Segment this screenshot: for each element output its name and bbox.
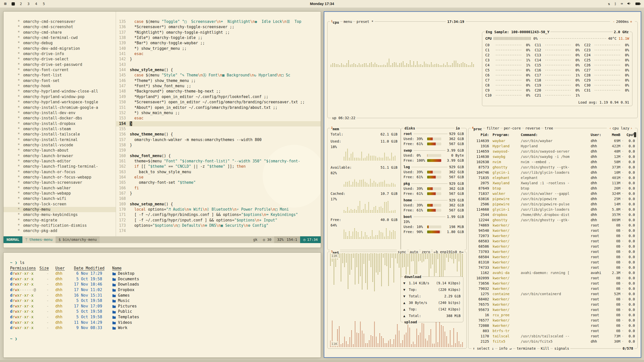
process-row[interactable]: 2075XwaylandXwayland :1 -rootless -dhh11…: [471, 180, 635, 186]
cpu-box-title[interactable]: 1cpu: [330, 19, 340, 25]
process-row[interactable]: 76575kworker/root0B0.0: [471, 302, 635, 307]
process-row[interactable]: 114630swaybg/usr/bin/swaybg -i /homdhh12…: [471, 154, 635, 159]
column-header[interactable]: Cpu%: [625, 132, 635, 137]
sort-right-arrow[interactable]: ›: [630, 126, 632, 130]
shell-session[interactable]: ~ ❯ ls PermissionsSizeUserDate ModifiedN…: [4, 253, 321, 357]
scroll-indicator[interactable]: [634, 132, 636, 137]
file-tree-item[interactable]: *omarchy-menu: [4, 207, 116, 212]
file-tree-item[interactable]: *omarchy-pkg-add: [4, 228, 116, 234]
column-header[interactable]: User:: [591, 132, 607, 137]
file-tree-item[interactable]: *omarchy-cmd-share: [4, 30, 116, 35]
clock[interactable]: Monday 17:34: [310, 2, 334, 6]
process-row[interactable]: 95673kworker/root0B0.0: [471, 307, 635, 312]
file-tree-item[interactable]: *omarchy-launch-floating-terminal-: [4, 164, 116, 169]
file-tree-item[interactable]: *omarchy-launch-wifi: [4, 196, 116, 201]
interval-plus[interactable]: +: [630, 20, 632, 24]
file-tree-item[interactable]: *omarchy-drive-info: [4, 51, 116, 57]
file-tree-item[interactable]: *omarchy-install-tailscale: [4, 132, 116, 137]
file-tree-item[interactable]: *omarchy-drive-select: [4, 57, 116, 62]
file-tree-item[interactable]: *omarchy-cmd-terminal-cwd: [4, 35, 116, 40]
proc-tree-button[interactable]: tree: [544, 126, 554, 131]
file-tree-item[interactable]: *omarchy-install-vscode: [4, 143, 116, 148]
directory-name[interactable]: Music: [112, 298, 314, 304]
proc-per-core-button[interactable]: per-core: [503, 126, 522, 131]
process-row[interactable]: 73656kworker/root0B0.0: [471, 281, 635, 286]
file-tree-item[interactable]: *omarchy-hyprland-window-pop: [4, 94, 116, 100]
process-row[interactable]: 104746glycin-i/usr/lib/glycin-loadersdhh…: [471, 170, 635, 175]
process-row[interactable]: 12244ghostty/usr/bin/ghostty --gtk-dhh86…: [471, 217, 635, 222]
workspace-button-4[interactable]: 4: [35, 2, 37, 6]
file-tree-item[interactable]: *omarchy-lock-screen: [4, 202, 116, 207]
process-row[interactable]: 803btrfs-trroot0B0.0: [471, 328, 635, 333]
process-row[interactable]: 114659swayosd-/usr/bin/swayosd-serverdhh…: [471, 149, 635, 154]
directory-name[interactable]: Public: [112, 309, 314, 314]
process-row[interactable]: 63816pipewire/usr/bin/pipewiredhh25M0.0: [471, 196, 635, 201]
column-header[interactable]: Program:: [493, 132, 521, 137]
process-row[interactable]: 71835elephantelephantdhh401M0.0: [471, 175, 635, 180]
file-tree-item[interactable]: *omarchy-launch-walker: [4, 186, 116, 191]
process-row[interactable]: 81310kworker/root0B0.0: [471, 259, 635, 265]
directory-name[interactable]: Videos: [112, 320, 314, 326]
bluetooth-icon[interactable]: ᛒ: [614, 2, 616, 6]
file-tree-item[interactable]: *omarchy-hyprland-workspace-toggle: [4, 100, 116, 105]
process-row[interactable]: 72088kworker/root0B0.0: [471, 323, 635, 328]
file-tree-item[interactable]: *omarchy-install-dev-env: [4, 110, 116, 116]
process-row[interactable]: 1275containe/usr/bin/containerdroot52M0.…: [471, 291, 635, 296]
process-row[interactable]: 68584kworker/root0B0.0: [471, 254, 635, 259]
file-tree-item[interactable]: *omarchy-migrate: [4, 218, 116, 223]
process-row[interactable]: 87573ghostty/usr/bin/ghostty --gtk-dhh37…: [471, 164, 635, 170]
directory-name[interactable]: Templates: [112, 314, 314, 320]
file-tree-item[interactable]: *omarchy-launch-webapp: [4, 191, 116, 196]
workspace-active-indicator[interactable]: [12, 2, 15, 6]
file-tree-item[interactable]: *omarchy-install-steam: [4, 126, 116, 132]
directory-name[interactable]: Desktop: [112, 271, 314, 277]
footer-key[interactable]: ↑ select ↓: [471, 346, 495, 351]
proc-box-title[interactable]: 4proc: [471, 125, 483, 131]
file-tree-item[interactable]: *omarchy-drive-set-password: [4, 62, 116, 67]
column-header[interactable]: MemB: [607, 132, 620, 137]
proc-reverse-button[interactable]: reverse: [524, 126, 541, 131]
process-row[interactable]: 72073kworker/root0B0.0: [471, 233, 635, 238]
process-row[interactable]: 1170tailscal/usr/sbin/tailscaled --root7…: [471, 333, 635, 339]
file-tree-item[interactable]: *omarchy-launch-or-focus: [4, 169, 116, 175]
process-row[interactable]: 2125fcitx5/usr/bin/fcitx5dhh30M0.0: [471, 339, 635, 344]
process-row[interactable]: 87649btopbtopdhh26M0.0: [471, 186, 635, 191]
file-tree-item[interactable]: *omarchy-install-docker-dbs: [4, 116, 116, 121]
file-tree-item[interactable]: *omarchy-notification-dismiss: [4, 223, 116, 228]
process-row[interactable]: 16rcu_preeroot0B0.0: [471, 312, 635, 318]
file-tree-item[interactable]: *omarchy-dev-add-migration: [4, 46, 116, 51]
file-tree-item[interactable]: *omarchy-hook: [4, 83, 116, 89]
process-row[interactable]: 2506pipewire/usr/bin/pipewire-pulsedhh14…: [471, 201, 635, 207]
directory-name[interactable]: Dropbox: [112, 287, 314, 293]
file-tree-item[interactable]: *omarchy-font-list: [4, 73, 116, 78]
footer-key[interactable]: terminate: [515, 346, 537, 351]
process-row[interactable]: 68583kworker/root0B0.0: [471, 238, 635, 244]
workspace-button-5[interactable]: 5: [43, 2, 45, 6]
file-tree-item[interactable]: *omarchy-launch-browser: [4, 153, 116, 159]
directory-name[interactable]: Games: [112, 293, 314, 298]
mem-box-title[interactable]: 2mem: [330, 125, 340, 131]
file-tree-item[interactable]: *omarchy-cmd-screensaver: [4, 19, 116, 24]
file-tree-item[interactable]: *omarchy-font-current: [4, 67, 116, 73]
file-tree-item[interactable]: *omarchy-launch-or-focus-webapp: [4, 175, 116, 180]
process-row[interactable]: 114668glycin-i/usr/lib/glycin-loadersdhh…: [471, 207, 635, 212]
footer-key[interactable]: signals: [553, 346, 570, 351]
sort-left-arrow[interactable]: ‹: [609, 126, 611, 130]
process-row[interactable]: 73703kworker/root0B0.0: [471, 249, 635, 254]
interval-minus[interactable]: -: [613, 20, 615, 24]
footer-key[interactable]: Kill: [540, 346, 551, 351]
directory-name[interactable]: Documents: [112, 277, 314, 282]
column-header[interactable]: Pid:: [471, 132, 489, 137]
process-row[interactable]: 1916HyprlandHyprlanddhh422M0.0: [471, 143, 635, 149]
process-row[interactable]: 102638nvimnvim --embed .dhh58M0.0: [471, 159, 635, 164]
preset-button[interactable]: preset *: [355, 19, 374, 24]
directory-name[interactable]: Work: [112, 325, 314, 331]
update-interval[interactable]: -2000ms+: [610, 19, 635, 24]
column-header[interactable]: Command:: [521, 132, 591, 137]
code-pane[interactable]: 135 case $(menu "Toggle" "□ Screensaver\…: [116, 12, 321, 236]
keyboard-icon[interactable]: ⌨: [621, 2, 623, 6]
process-row[interactable]: 68586kworker/root0B0.0: [471, 244, 635, 249]
file-tree-item[interactable]: *omarchy-launch-about: [4, 148, 116, 153]
launcher-icon[interactable]: ⊞: [4, 2, 7, 6]
process-row[interactable]: 2544dropbox/home/dhh/.dropbox-distdhh357…: [471, 212, 635, 217]
